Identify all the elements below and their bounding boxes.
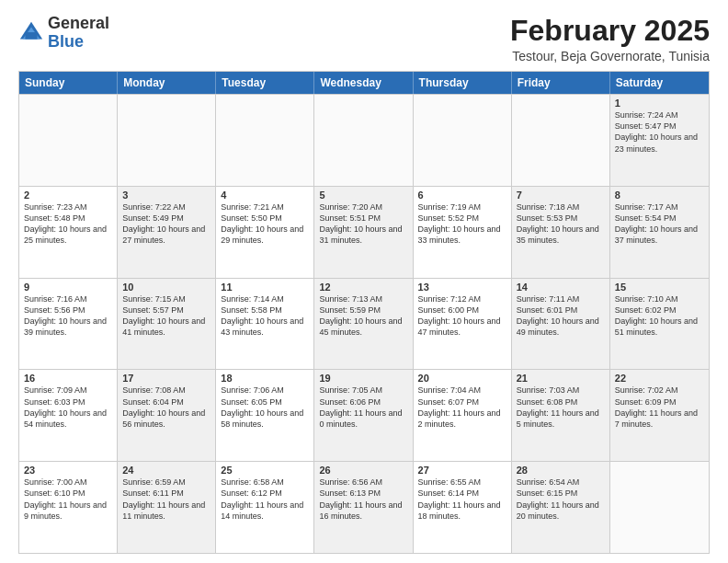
calendar-cell: 22Sunrise: 7:02 AM Sunset: 6:09 PM Dayli… (610, 370, 709, 461)
calendar-cell: 19Sunrise: 7:05 AM Sunset: 6:06 PM Dayli… (314, 370, 413, 461)
day-number: 20 (418, 373, 506, 384)
calendar-cell: 11Sunrise: 7:14 AM Sunset: 5:58 PM Dayli… (216, 279, 314, 370)
calendar-cell: 1Sunrise: 7:24 AM Sunset: 5:47 PM Daylig… (610, 95, 709, 186)
calendar-row: 23Sunrise: 7:00 AM Sunset: 6:10 PM Dayli… (19, 461, 709, 553)
calendar-cell: 23Sunrise: 7:00 AM Sunset: 6:10 PM Dayli… (19, 462, 118, 553)
logo-blue: Blue (48, 32, 84, 51)
calendar-cell: 14Sunrise: 7:11 AM Sunset: 6:01 PM Dayli… (512, 279, 610, 370)
day-number: 17 (122, 373, 210, 384)
cell-info: Sunrise: 7:00 AM Sunset: 6:10 PM Dayligh… (24, 477, 112, 522)
day-number: 3 (122, 190, 210, 201)
day-number: 28 (517, 465, 605, 476)
calendar-cell: 21Sunrise: 7:03 AM Sunset: 6:08 PM Dayli… (512, 370, 610, 461)
header: General Blue February 2025 Testour, Beja… (18, 15, 710, 63)
calendar-cell: 15Sunrise: 7:10 AM Sunset: 6:02 PM Dayli… (610, 279, 709, 370)
calendar-body: 1Sunrise: 7:24 AM Sunset: 5:47 PM Daylig… (19, 94, 709, 553)
calendar-cell: 4Sunrise: 7:21 AM Sunset: 5:50 PM Daylig… (216, 187, 314, 278)
calendar-cell (19, 95, 118, 186)
cell-info: Sunrise: 7:02 AM Sunset: 6:09 PM Dayligh… (615, 385, 704, 430)
cell-info: Sunrise: 7:06 AM Sunset: 6:05 PM Dayligh… (221, 385, 309, 430)
calendar-cell: 16Sunrise: 7:09 AM Sunset: 6:03 PM Dayli… (19, 370, 118, 461)
weekday-header: Monday (118, 72, 216, 94)
day-number: 5 (319, 190, 407, 201)
cell-info: Sunrise: 7:08 AM Sunset: 6:04 PM Dayligh… (122, 385, 210, 430)
cell-info: Sunrise: 6:56 AM Sunset: 6:13 PM Dayligh… (319, 477, 407, 522)
day-number: 26 (319, 465, 407, 476)
cell-info: Sunrise: 7:16 AM Sunset: 5:56 PM Dayligh… (24, 293, 112, 339)
weekday-header: Friday (512, 72, 610, 94)
logo: General Blue (18, 15, 109, 52)
calendar-header: SundayMondayTuesdayWednesdayThursdayFrid… (19, 72, 709, 94)
day-number: 22 (615, 373, 704, 384)
calendar-cell: 6Sunrise: 7:19 AM Sunset: 5:52 PM Daylig… (414, 187, 512, 278)
calendar-cell: 7Sunrise: 7:18 AM Sunset: 5:53 PM Daylig… (512, 187, 610, 278)
day-number: 6 (418, 190, 506, 201)
calendar-cell: 2Sunrise: 7:23 AM Sunset: 5:48 PM Daylig… (19, 187, 118, 278)
day-number: 19 (319, 373, 407, 384)
cell-info: Sunrise: 7:15 AM Sunset: 5:57 PM Dayligh… (122, 293, 210, 339)
calendar-cell (512, 95, 610, 186)
calendar-row: 16Sunrise: 7:09 AM Sunset: 6:03 PM Dayli… (19, 369, 709, 461)
day-number: 8 (615, 190, 704, 201)
day-number: 16 (24, 373, 112, 384)
weekday-header: Saturday (610, 72, 709, 94)
cell-info: Sunrise: 6:59 AM Sunset: 6:11 PM Dayligh… (122, 477, 210, 522)
cell-info: Sunrise: 7:09 AM Sunset: 6:03 PM Dayligh… (24, 385, 112, 430)
calendar-cell (314, 95, 413, 186)
cell-info: Sunrise: 7:10 AM Sunset: 6:02 PM Dayligh… (615, 293, 704, 339)
day-number: 25 (221, 465, 309, 476)
cell-info: Sunrise: 7:13 AM Sunset: 5:59 PM Dayligh… (319, 293, 407, 339)
calendar-cell: 13Sunrise: 7:12 AM Sunset: 6:00 PM Dayli… (414, 279, 512, 370)
cell-info: Sunrise: 6:55 AM Sunset: 6:14 PM Dayligh… (418, 477, 506, 522)
day-number: 7 (517, 190, 605, 201)
calendar-row: 2Sunrise: 7:23 AM Sunset: 5:48 PM Daylig… (19, 186, 709, 278)
cell-info: Sunrise: 7:18 AM Sunset: 5:53 PM Dayligh… (517, 201, 605, 247)
cell-info: Sunrise: 7:14 AM Sunset: 5:58 PM Dayligh… (221, 293, 309, 339)
location-subtitle: Testour, Beja Governorate, Tunisia (510, 49, 710, 63)
cell-info: Sunrise: 6:58 AM Sunset: 6:12 PM Dayligh… (221, 477, 309, 522)
weekday-header: Tuesday (216, 72, 314, 94)
calendar-cell: 27Sunrise: 6:55 AM Sunset: 6:14 PM Dayli… (414, 462, 512, 553)
page: General Blue February 2025 Testour, Beja… (0, 0, 728, 563)
calendar-row: 9Sunrise: 7:16 AM Sunset: 5:56 PM Daylig… (19, 278, 709, 370)
calendar-cell (216, 95, 314, 186)
cell-info: Sunrise: 7:21 AM Sunset: 5:50 PM Dayligh… (221, 201, 309, 247)
day-number: 10 (122, 282, 210, 293)
cell-info: Sunrise: 7:11 AM Sunset: 6:01 PM Dayligh… (517, 293, 605, 339)
logo-icon (18, 20, 44, 46)
weekday-header: Wednesday (314, 72, 413, 94)
day-number: 1 (615, 98, 704, 109)
logo-text: General Blue (48, 15, 109, 52)
cell-info: Sunrise: 7:17 AM Sunset: 5:54 PM Dayligh… (615, 201, 704, 247)
cell-info: Sunrise: 7:04 AM Sunset: 6:07 PM Dayligh… (418, 385, 506, 430)
day-number: 21 (517, 373, 605, 384)
calendar-cell (610, 462, 709, 553)
day-number: 9 (24, 282, 112, 293)
day-number: 4 (221, 190, 309, 201)
calendar-cell: 9Sunrise: 7:16 AM Sunset: 5:56 PM Daylig… (19, 279, 118, 370)
day-number: 24 (122, 465, 210, 476)
cell-info: Sunrise: 7:05 AM Sunset: 6:06 PM Dayligh… (319, 385, 407, 430)
day-number: 13 (418, 282, 506, 293)
calendar: SundayMondayTuesdayWednesdayThursdayFrid… (18, 71, 710, 554)
cell-info: Sunrise: 7:19 AM Sunset: 5:52 PM Dayligh… (418, 201, 506, 247)
calendar-cell: 12Sunrise: 7:13 AM Sunset: 5:59 PM Dayli… (314, 279, 413, 370)
calendar-cell: 17Sunrise: 7:08 AM Sunset: 6:04 PM Dayli… (118, 370, 216, 461)
cell-info: Sunrise: 7:12 AM Sunset: 6:00 PM Dayligh… (418, 293, 506, 339)
cell-info: Sunrise: 7:24 AM Sunset: 5:47 PM Dayligh… (615, 109, 704, 155)
day-number: 14 (517, 282, 605, 293)
calendar-cell: 10Sunrise: 7:15 AM Sunset: 5:57 PM Dayli… (118, 279, 216, 370)
day-number: 2 (24, 190, 112, 201)
calendar-cell: 18Sunrise: 7:06 AM Sunset: 6:05 PM Dayli… (216, 370, 314, 461)
calendar-cell (118, 95, 216, 186)
day-number: 18 (221, 373, 309, 384)
weekday-header: Thursday (414, 72, 512, 94)
month-title: February 2025 (510, 15, 710, 47)
day-number: 23 (24, 465, 112, 476)
day-number: 11 (221, 282, 309, 293)
calendar-cell: 26Sunrise: 6:56 AM Sunset: 6:13 PM Dayli… (314, 462, 413, 553)
calendar-cell: 8Sunrise: 7:17 AM Sunset: 5:54 PM Daylig… (610, 187, 709, 278)
day-number: 15 (615, 282, 704, 293)
calendar-cell: 25Sunrise: 6:58 AM Sunset: 6:12 PM Dayli… (216, 462, 314, 553)
calendar-cell: 20Sunrise: 7:04 AM Sunset: 6:07 PM Dayli… (414, 370, 512, 461)
